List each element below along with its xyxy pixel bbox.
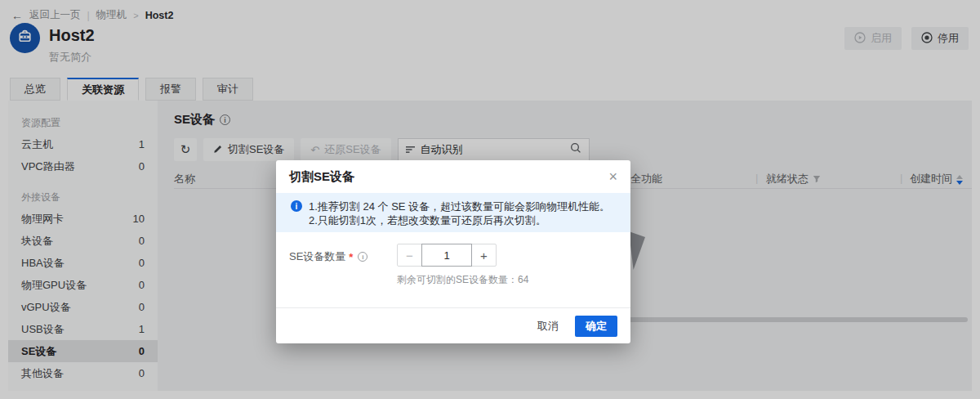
quantity-input[interactable] xyxy=(421,244,472,267)
alert-line-2: 2.只能切割1次，若想改变数量可还原后再次切割。 xyxy=(309,213,610,227)
modal-body: SE设备数量 * i − + 剩余可切割的SE设备数量：64 xyxy=(276,232,630,307)
remaining-count-hint: 剩余可切割的SE设备数量：64 xyxy=(397,273,528,287)
modal-footer: 取消 确定 xyxy=(276,307,630,343)
confirm-button[interactable]: 确定 xyxy=(575,316,617,337)
info-filled-icon: i xyxy=(291,200,302,212)
alert-line-1: 1.推荐切割 24 个 SE 设备，超过该数量可能会影响物理机性能。 xyxy=(309,200,610,213)
stepper-plus-button[interactable]: + xyxy=(471,244,497,267)
modal-info-alert: i 1.推荐切割 24 个 SE 设备，超过该数量可能会影响物理机性能。 2.只… xyxy=(276,193,630,232)
required-asterisk: * xyxy=(349,251,353,263)
se-count-field-label: SE设备数量 xyxy=(289,249,345,264)
alert-text: 1.推荐切割 24 个 SE 设备，超过该数量可能会影响物理机性能。 2.只能切… xyxy=(309,200,610,232)
cancel-button[interactable]: 取消 xyxy=(537,319,559,334)
modal-title: 切割SE设备 xyxy=(289,169,354,185)
quantity-stepper: − + xyxy=(397,244,497,267)
field-label-row: SE设备数量 * i xyxy=(289,249,368,264)
modal-header: 切割SE设备 × xyxy=(276,160,630,193)
cut-se-device-modal: 切割SE设备 × i 1.推荐切割 24 个 SE 设备，超过该数量可能会影响物… xyxy=(276,160,630,343)
field-info-icon[interactable]: i xyxy=(358,252,368,262)
close-icon[interactable]: × xyxy=(608,169,617,184)
stepper-minus-button[interactable]: − xyxy=(397,244,422,267)
